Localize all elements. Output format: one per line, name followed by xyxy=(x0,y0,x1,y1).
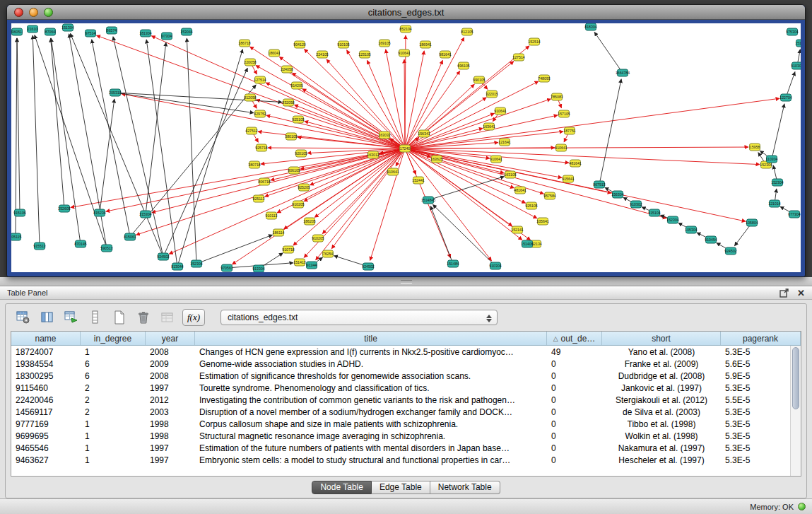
table-panel-header[interactable]: Table Panel ✕ xyxy=(0,286,812,300)
graph-node[interactable]: 151413 xyxy=(293,259,305,266)
graph-node[interactable]: 15958 xyxy=(750,144,760,151)
tab-node-table[interactable]: Node Table xyxy=(312,481,372,494)
graph-node[interactable]: 215304 xyxy=(139,211,151,218)
graph-node[interactable]: 186205 xyxy=(303,218,315,225)
graph-node[interactable]: 127514 xyxy=(512,54,524,61)
graph-node[interactable]: 815061 xyxy=(124,233,136,240)
graph-node[interactable]: 205115 xyxy=(11,233,22,240)
table-row[interactable]: 1456911722003Disruption of a novel membe… xyxy=(11,406,801,418)
graph-node[interactable]: 105641 xyxy=(536,218,548,225)
close-icon[interactable] xyxy=(14,8,23,17)
graph-node[interactable]: 17240 xyxy=(400,145,411,152)
graph-node[interactable]: 852104 xyxy=(399,25,411,33)
graph-node[interactable]: 924502 xyxy=(157,253,169,260)
new-column-icon[interactable] xyxy=(110,308,129,327)
graph-node[interactable]: 163625 xyxy=(430,156,442,163)
graph-node[interactable]: 870145 xyxy=(74,240,86,247)
graph-node[interactable]: 920105 xyxy=(295,150,307,157)
zoom-icon[interactable] xyxy=(44,8,53,17)
graph-node[interactable]: 910641 xyxy=(387,168,399,175)
network-table-select[interactable]: citations_edges.txt xyxy=(220,310,498,325)
window-titlebar[interactable]: citations_edges.txt xyxy=(7,5,805,20)
graph-node[interactable]: 110304 xyxy=(766,156,778,163)
graph-node[interactable]: 818304 xyxy=(584,23,596,30)
table-row[interactable]: 977716911998Corpus callosum shape and si… xyxy=(11,418,801,430)
graph-node[interactable]: 152304 xyxy=(666,216,678,223)
close-panel-icon[interactable]: ✕ xyxy=(797,288,805,298)
graph-node[interactable]: 163105 xyxy=(504,171,516,178)
graph-node[interactable]: 122704 xyxy=(779,94,792,101)
column-header-title[interactable]: title xyxy=(195,332,547,345)
graph-node[interactable]: 380105 xyxy=(285,133,297,140)
graph-node[interactable]: 832058 xyxy=(282,99,294,106)
scrollbar-thumb[interactable] xyxy=(792,347,799,409)
graph-node[interactable]: 156304 xyxy=(611,191,623,198)
graph-node[interactable]: 187751 xyxy=(563,127,575,134)
graph-node[interactable]: 21610 xyxy=(28,25,38,33)
graph-node[interactable]: 152514 xyxy=(528,38,540,45)
graph-node[interactable]: 910641 xyxy=(398,49,410,57)
graph-node[interactable]: 156341 xyxy=(418,130,430,137)
column-header-pagerank[interactable]: pagerank xyxy=(721,332,801,345)
graph-node[interactable]: 152141 xyxy=(511,226,523,233)
table-row[interactable]: 969969511998Structural magnetic resonanc… xyxy=(11,430,801,442)
graph-node[interactable]: 914205 xyxy=(290,82,302,89)
graph-node[interactable]: 925105 xyxy=(525,202,537,209)
graph-node[interactable]: 910302 xyxy=(630,201,642,208)
graph-node[interactable]: 186114 xyxy=(273,229,285,236)
graph-node[interactable]: 813044 xyxy=(171,263,183,270)
graph-node[interactable]: 163641 xyxy=(483,123,495,130)
graph-node[interactable]: 677304 xyxy=(788,211,800,218)
table-row[interactable]: 1938455462009Genome-wide association stu… xyxy=(11,358,801,370)
graph-node[interactable]: 481641 xyxy=(514,187,526,194)
graph-node[interactable]: 696105 xyxy=(457,62,469,69)
graph-node[interactable]: 186041 xyxy=(268,49,280,57)
graph-node[interactable]: 806105 xyxy=(288,167,300,174)
graph-node[interactable]: 151484 xyxy=(447,260,459,267)
graph-node[interactable]: 76254 xyxy=(323,250,334,257)
graph-node[interactable]: 910718 xyxy=(282,246,294,253)
graph-node[interactable]: 151406 xyxy=(521,240,533,247)
graph-node[interactable]: 96051 xyxy=(12,28,23,35)
graph-node[interactable]: 157105 xyxy=(558,110,570,117)
show-columns-icon[interactable] xyxy=(38,308,57,327)
delete-column-icon[interactable] xyxy=(134,308,153,327)
column-header-out-de-[interactable]: △out_de… xyxy=(547,332,602,345)
graph-node[interactable]: 86574 xyxy=(107,27,117,34)
graph-node[interactable]: 590513 xyxy=(100,245,112,252)
table-row[interactable]: 946554611997Estimation of the future num… xyxy=(11,442,801,454)
graph-node[interactable]: 97514 xyxy=(86,30,96,37)
graph-node[interactable]: 252605 xyxy=(58,205,70,212)
graph-node[interactable]: 427512 xyxy=(245,127,257,134)
minimize-icon[interactable] xyxy=(29,8,38,17)
column-header-short[interactable]: short xyxy=(602,332,721,345)
graph-node[interactable]: 224105 xyxy=(316,51,328,58)
graph-node[interactable]: 910205 xyxy=(312,235,324,242)
graph-node[interactable]: 925205 xyxy=(298,184,310,191)
graph-node[interactable]: 97304 xyxy=(162,33,172,40)
function-builder-button[interactable]: f(x) xyxy=(182,309,205,326)
network-canvas[interactable]: 1724016303216301215634116362591064115244… xyxy=(11,23,801,272)
import-table-icon[interactable] xyxy=(62,308,81,327)
graph-node[interactable]: 91344 xyxy=(307,262,317,269)
graph-node[interactable]: 990105 xyxy=(473,76,485,83)
graph-node[interactable]: 924502 xyxy=(362,263,374,270)
graph-node[interactable]: 153044 xyxy=(180,28,192,35)
table-row[interactable]: 946362711997Embryonic stem cells: a mode… xyxy=(11,454,801,466)
graph-node[interactable]: 910641 xyxy=(494,107,506,115)
graph-node[interactable]: 322015 xyxy=(486,90,498,98)
graph-node[interactable]: 910641 xyxy=(555,144,567,151)
tab-edge-table[interactable]: Edge Table xyxy=(372,481,430,494)
graph-node[interactable]: 220058 xyxy=(244,59,256,66)
graph-node[interactable]: 970561 xyxy=(220,264,233,271)
graph-node[interactable]: 748093 xyxy=(538,75,550,82)
column-header-name[interactable]: name xyxy=(11,332,81,345)
table-row[interactable]: 1872400712008Changes of HCN gene express… xyxy=(11,346,801,358)
graph-node[interactable]: 186941 xyxy=(419,41,431,48)
table-settings-icon[interactable] xyxy=(14,308,33,327)
graph-node[interactable]: 867913 xyxy=(593,181,605,188)
graph-node[interactable]: 812105 xyxy=(461,28,473,35)
graph-node[interactable]: 915641 xyxy=(562,175,574,182)
float-panel-icon[interactable] xyxy=(779,288,789,298)
graph-node[interactable]: 915513 xyxy=(33,243,45,250)
